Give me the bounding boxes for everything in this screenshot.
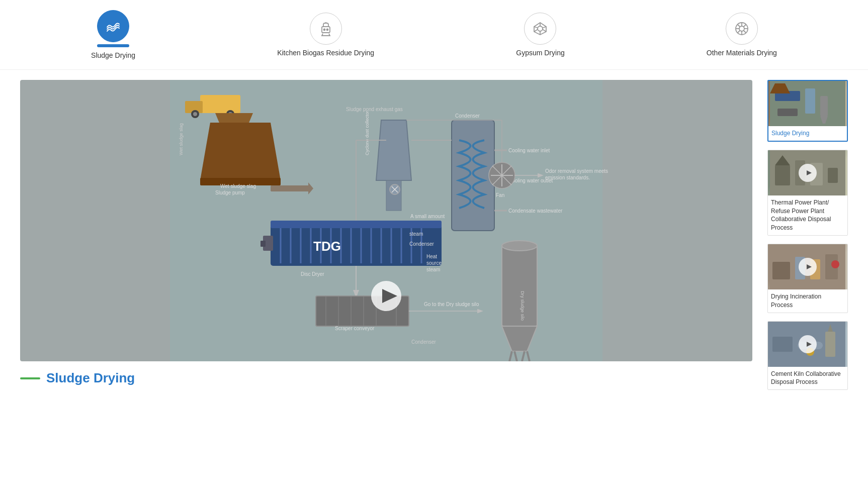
nav-item-kitchen-biogas[interactable]: Kitchen Biogas Residue Drying	[277, 13, 374, 57]
svg-text:Fan: Fan	[496, 192, 504, 198]
thumb-image-thermal-power	[768, 150, 847, 195]
play-button-overlay[interactable]	[371, 281, 401, 311]
thumb-label-drying-incineration: Drying Incineration Process	[768, 289, 847, 313]
thumb-play-cement[interactable]	[799, 335, 817, 353]
thumb-play-thermal[interactable]	[799, 164, 817, 182]
svg-rect-121	[777, 109, 798, 116]
thumb-play-incineration[interactable]	[799, 258, 817, 276]
svg-text:Wet sludge slag: Wet sludge slag	[179, 123, 184, 155]
svg-text:Cooling water inlet: Cooling water inlet	[508, 148, 550, 153]
sludge-drying-label: Sludge Drying	[91, 51, 135, 59]
svg-point-106	[502, 241, 537, 251]
svg-point-135	[831, 260, 839, 268]
svg-text:Sludge pump: Sludge pump	[215, 190, 245, 195]
active-indicator	[97, 44, 129, 47]
thumb-card-cement-kiln[interactable]: Cement Kiln Collaborative Disposal Proce…	[767, 321, 848, 390]
sludge-hopper: Wet sludge slag Sludge pump	[200, 123, 281, 195]
thumb-label-cement-kiln: Cement Kiln Collaborative Disposal Proce…	[768, 367, 847, 390]
svg-rect-105	[502, 246, 537, 326]
svg-rect-140	[825, 332, 835, 357]
title-accent-bar	[20, 377, 40, 379]
thumb-image-sludge-drying	[768, 81, 847, 126]
svg-rect-138	[772, 337, 793, 352]
svg-rect-118	[805, 88, 815, 114]
thumb-card-sludge-drying[interactable]: Sludge Drying	[767, 80, 848, 142]
svg-rect-0	[322, 27, 330, 33]
svg-text:Dry sludge silo: Dry sludge silo	[520, 291, 525, 321]
svg-text:Odor removal system meets: Odor removal system meets	[545, 168, 608, 174]
svg-text:Heat: Heat	[426, 254, 437, 259]
svg-text:Go to the Dry sludge silo: Go to the Dry sludge silo	[424, 302, 479, 307]
gypsum-drying-icon	[524, 13, 556, 45]
other-materials-label: Other Materials Drying	[707, 49, 777, 57]
svg-rect-119	[820, 96, 828, 116]
svg-point-2	[323, 29, 325, 31]
nav-item-other-materials[interactable]: Other Materials Drying	[707, 13, 777, 57]
svg-text:A small amount: A small amount	[410, 214, 445, 219]
svg-rect-127	[828, 168, 838, 183]
svg-line-9	[543, 30, 546, 32]
main-content: Wet sludge slag Sludge pump Wet sludge s…	[0, 70, 868, 400]
svg-rect-35	[271, 185, 311, 191]
svg-point-26	[193, 112, 197, 116]
gypsum-drying-label: Gypsum Drying	[516, 49, 564, 57]
section-title: Sludge Drying	[46, 370, 135, 386]
svg-point-3	[326, 29, 328, 31]
svg-marker-58	[376, 120, 411, 180]
svg-text:emission standards.: emission standards.	[545, 175, 590, 180]
svg-text:Sludge pond exhaust gas: Sludge pond exhaust gas	[346, 107, 403, 112]
svg-marker-143	[807, 342, 812, 347]
svg-text:Condenser: Condenser	[411, 339, 437, 345]
svg-marker-30	[200, 123, 281, 180]
svg-rect-56	[261, 241, 266, 247]
svg-point-5	[538, 26, 543, 31]
svg-rect-131	[772, 262, 790, 279]
svg-text:Condensate wastewater: Condensate wastewater	[508, 208, 563, 214]
svg-text:steam: steam	[426, 267, 440, 272]
svg-marker-136	[807, 264, 812, 269]
nav-item-sludge-drying[interactable]: Sludge Drying	[91, 10, 135, 59]
svg-text:Wet sludge slag: Wet sludge slag	[220, 183, 256, 189]
svg-line-19	[743, 31, 746, 33]
sludge-drying-icon	[97, 10, 129, 42]
svg-line-10	[543, 27, 546, 28]
thumb-card-drying-incineration[interactable]: Drying Incineration Process	[767, 244, 848, 313]
other-materials-icon	[726, 13, 758, 45]
svg-text:Disc Dryer: Disc Dryer	[301, 271, 324, 277]
svg-line-20	[743, 25, 746, 27]
thumb-card-thermal-power[interactable]: Thermal Power Plant/ Refuse Power Plant …	[767, 150, 848, 236]
kitchen-biogas-label: Kitchen Biogas Residue Drying	[277, 49, 374, 57]
svg-text:Condenser: Condenser	[409, 241, 435, 247]
svg-text:TDG: TDG	[313, 239, 341, 254]
svg-marker-129	[807, 170, 812, 175]
thumb-label-sludge-drying: Sludge Drying	[768, 126, 847, 141]
svg-line-8	[534, 27, 538, 28]
nav-item-gypsum-drying[interactable]: Gypsum Drying	[516, 13, 564, 57]
process-diagram[interactable]: Wet sludge slag Sludge pump Wet sludge s…	[20, 80, 752, 361]
thumb-label-thermal-power: Thermal Power Plant/ Refuse Power Plant …	[768, 195, 847, 235]
svg-text:source: source	[426, 260, 442, 266]
svg-line-21	[737, 31, 740, 33]
left-panel: Wet sludge slag Sludge pump Wet sludge s…	[20, 80, 752, 390]
thumb-image-cement-kiln	[768, 322, 847, 367]
section-title-area: Sludge Drying	[20, 370, 752, 386]
svg-text:Condenser: Condenser	[455, 113, 480, 119]
kitchen-biogas-icon	[310, 13, 342, 45]
svg-line-18	[737, 25, 740, 27]
svg-line-11	[534, 30, 538, 32]
right-panel-thumbnails: Sludge Drying Thermal Power Plant/ Refus…	[767, 80, 848, 390]
svg-text:steam: steam	[409, 231, 423, 237]
svg-text:Cyclone dust collector: Cyclone dust collector	[365, 111, 370, 155]
top-navigation: Sludge Drying Kitchen Biogas Residue Dry…	[0, 0, 868, 70]
svg-rect-124	[775, 165, 790, 185]
svg-rect-38	[271, 221, 442, 228]
svg-rect-23	[200, 95, 240, 113]
svg-text:Scraper conveyor: Scraper conveyor	[335, 326, 375, 331]
thumb-image-drying-incineration	[768, 244, 847, 289]
